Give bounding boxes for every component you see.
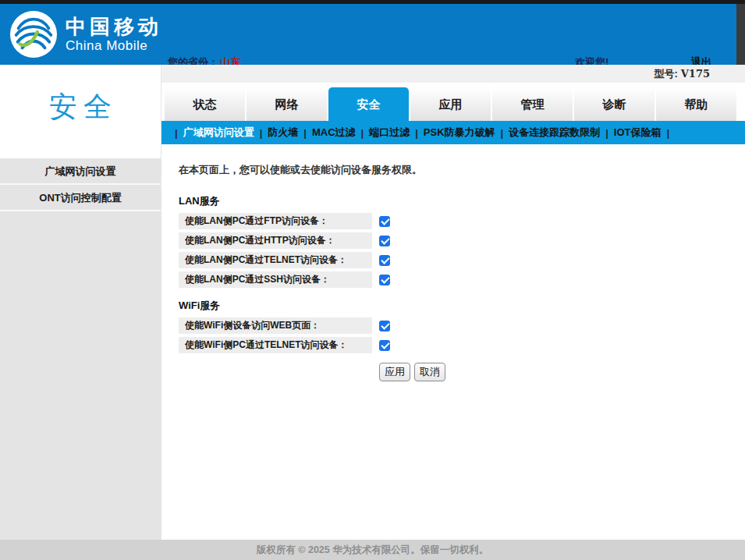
- model-value: V175: [681, 68, 710, 80]
- subnav-item-mac-filter[interactable]: MAC过滤: [312, 126, 356, 140]
- page-description: 在本页面上，您可以使能或去使能访问设备服务权限。: [179, 163, 745, 177]
- subnav-item-iot-safebox[interactable]: IOT保险箱: [614, 126, 662, 140]
- lan-ftp-checkbox[interactable]: [379, 216, 390, 227]
- sidebar-menu: 广域网访问设置 ONT访问控制配置: [0, 158, 161, 540]
- subnav-item-firewall[interactable]: 防火墙: [268, 126, 298, 140]
- brand-text: 中国移动 China Mobile: [66, 15, 162, 54]
- brand-name-cn: 中国移动: [66, 15, 162, 38]
- service-row-lan-http: 使能LAN侧PC通过HTTP访问设备：: [179, 232, 745, 249]
- tab-network[interactable]: 网络: [247, 87, 327, 121]
- main-tabs: 状态 网络 安全 应用 管理 诊断 帮助: [161, 87, 745, 121]
- subnav-separator: |: [415, 127, 418, 139]
- apply-button[interactable]: 应用: [379, 363, 410, 381]
- subnav-item-device-connection-limit[interactable]: 设备连接跟踪数限制: [509, 126, 600, 140]
- right-dark-strip: [736, 4, 745, 65]
- brand-name-en: China Mobile: [66, 38, 162, 54]
- subnav-item-psk-bruteforce-protection[interactable]: PSK防暴力破解: [424, 126, 495, 140]
- tab-security[interactable]: 安全: [328, 87, 409, 121]
- service-label: 使能WiFi侧PC通过TELNET访问设备：: [179, 337, 372, 353]
- lan-telnet-checkbox[interactable]: [379, 255, 390, 266]
- subnav-item-wan-access-settings[interactable]: 广域网访问设置: [183, 126, 254, 140]
- subnav-separator: |: [361, 127, 364, 139]
- sub-navigation: | 广域网访问设置 | 防火墙 | MAC过滤 | 端口过滤 | PSK防暴力破…: [161, 121, 745, 144]
- subnav-separator: |: [175, 127, 178, 139]
- lan-ssh-checkbox[interactable]: [379, 275, 390, 285]
- model-label: 型号:: [654, 68, 677, 80]
- lan-service-section-title: LAN服务: [179, 194, 745, 208]
- main-content: 在本页面上，您可以使能或去使能访问设备服务权限。 LAN服务 使能LAN侧PC通…: [161, 144, 745, 540]
- sidebar: 安全 广域网访问设置 ONT访问控制配置: [0, 65, 161, 540]
- tab-status[interactable]: 状态: [165, 87, 245, 121]
- sidebar-filler: [0, 211, 161, 540]
- router-admin-page: 中国移动 China Mobile 您的省份：山东 欢迎您! 退出 型号:V17…: [0, 0, 745, 560]
- model-strip: 型号:V175: [161, 65, 745, 83]
- tab-diagnosis[interactable]: 诊断: [574, 87, 655, 121]
- header: 中国移动 China Mobile 您的省份：山东 欢迎您! 退出: [0, 4, 745, 65]
- service-label: 使能LAN侧PC通过FTP访问设备：: [179, 213, 372, 229]
- service-label: 使能LAN侧PC通过SSH访问设备：: [179, 271, 372, 288]
- china-mobile-logo-icon: [9, 10, 58, 58]
- service-label: 使能LAN侧PC通过TELNET访问设备：: [179, 252, 372, 268]
- subnav-separator: |: [303, 127, 307, 139]
- sidebar-item-wan-access-settings[interactable]: 广域网访问设置: [0, 158, 161, 185]
- subnav-item-port-filter[interactable]: 端口过滤: [369, 126, 410, 140]
- subnav-separator: |: [501, 127, 504, 139]
- action-buttons: 应用 取消: [379, 363, 745, 381]
- lan-http-checkbox[interactable]: [379, 236, 390, 246]
- sidebar-item-ont-access-control[interactable]: ONT访问控制配置: [0, 185, 161, 211]
- tab-management[interactable]: 管理: [492, 87, 573, 121]
- tab-application[interactable]: 应用: [410, 87, 491, 121]
- service-row-lan-ftp: 使能LAN侧PC通过FTP访问设备：: [179, 213, 745, 229]
- brand-logo: 中国移动 China Mobile: [9, 10, 162, 58]
- sidebar-section-title: 安全: [0, 88, 161, 126]
- footer-copyright: 版权所有 © 2025 华为技术有限公司。保留一切权利。: [0, 540, 745, 560]
- service-row-wifi-telnet: 使能WiFi侧PC通过TELNET访问设备：: [179, 337, 745, 353]
- tab-help[interactable]: 帮助: [656, 87, 736, 121]
- service-row-lan-telnet: 使能LAN侧PC通过TELNET访问设备：: [179, 252, 745, 268]
- wifi-web-checkbox[interactable]: [379, 321, 390, 331]
- service-label: 使能WiFi侧设备访问WEB页面：: [179, 317, 372, 334]
- subnav-separator: |: [667, 127, 670, 139]
- wifi-telnet-checkbox[interactable]: [379, 340, 390, 351]
- service-row-lan-ssh: 使能LAN侧PC通过SSH访问设备：: [179, 271, 745, 288]
- wifi-service-section-title: WiFi服务: [179, 299, 745, 313]
- service-row-wifi-web: 使能WiFi侧设备访问WEB页面：: [179, 317, 745, 334]
- cancel-button[interactable]: 取消: [414, 363, 445, 381]
- subnav-separator: |: [260, 127, 263, 139]
- service-label: 使能LAN侧PC通过HTTP访问设备：: [179, 232, 372, 249]
- subnav-separator: |: [605, 127, 608, 139]
